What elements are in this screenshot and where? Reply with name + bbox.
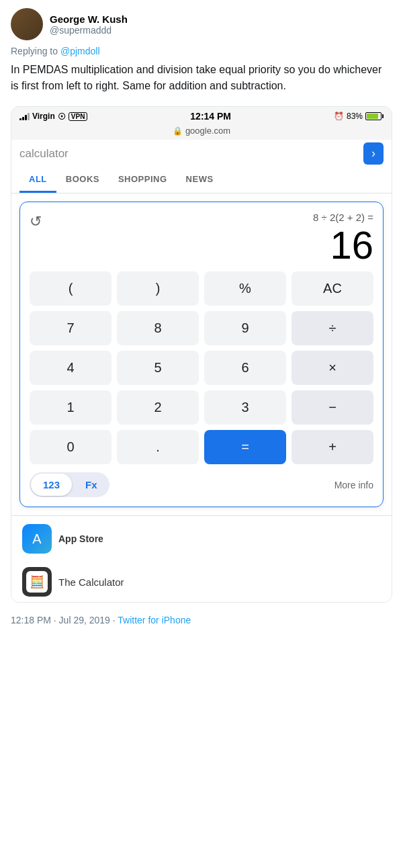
calculator-card: ↺ 8 ÷ 2(2 + 2) = 16 ( ) % AC 7 8 9 ÷ 4 5… [19, 202, 384, 507]
btn-6[interactable]: 6 [204, 351, 286, 385]
display-name: George W. Kush [50, 13, 128, 25]
btn-3[interactable]: 3 [204, 390, 286, 425]
battery-inner [367, 114, 378, 119]
status-bar: Virgin ☉ VPN 12:14 PM ⏰ 83% [11, 107, 392, 124]
search-tabs: ALL BOOKS SHOPPING NEWS [11, 167, 392, 193]
btn-mode-fx[interactable]: Fx [73, 472, 109, 497]
btn-multiply[interactable]: × [292, 351, 373, 385]
replying-to-label: Replying to [11, 46, 58, 56]
btn-1[interactable]: 1 [30, 390, 111, 425]
history-icon[interactable]: ↺ [30, 213, 42, 230]
btn-7[interactable]: 7 [30, 311, 111, 345]
app-store-icon: A [22, 524, 52, 554]
tab-all[interactable]: ALL [19, 167, 56, 193]
calc-expression: 8 ÷ 2(2 + 2) = [313, 212, 373, 223]
btn-subtract[interactable]: − [292, 390, 373, 425]
battery-percent: 83% [347, 112, 363, 121]
btn-ac[interactable]: AC [292, 271, 373, 306]
btn-9[interactable]: 9 [204, 311, 286, 345]
carrier-label: Virgin [32, 112, 55, 121]
tweet-body: In PEMDAS multiplication and division ta… [0, 62, 403, 101]
app-store-icon-glyph: A [32, 531, 41, 547]
btn-0[interactable]: 0 [30, 430, 111, 464]
calc-result: 16 [313, 226, 373, 265]
battery-tip [382, 114, 384, 118]
status-left: Virgin ☉ VPN [19, 112, 87, 122]
url-bar: 🔒 google.com [11, 124, 392, 140]
calc-buttons: ( ) % AC 7 8 9 ÷ 4 5 6 × 1 2 3 − 0 . = + [30, 271, 373, 464]
app-store-label: App Store [58, 533, 103, 544]
signal-bar-2 [22, 117, 24, 120]
btn-open-paren[interactable]: ( [30, 271, 111, 306]
tweet-timestamp: 12:18 PM · Jul 29, 2019 · [11, 615, 118, 625]
user-info: George W. Kush @supermaddd [50, 13, 128, 36]
battery-icon [365, 112, 384, 120]
url-text: google.com [185, 126, 230, 136]
tweet-footer: 12:18 PM · Jul 29, 2019 · Twitter for iP… [0, 608, 403, 634]
alarm-icon: ⏰ [334, 112, 344, 121]
battery-outer [365, 112, 382, 120]
calc-display: ↺ 8 ÷ 2(2 + 2) = 16 [30, 212, 373, 265]
wifi-icon: ☉ [58, 112, 66, 122]
app-store-item: A App Store [22, 524, 381, 554]
btn-2[interactable]: 2 [117, 390, 199, 425]
vpn-badge: VPN [69, 112, 88, 121]
browser-content: calculator › ALL BOOKS SHOPPING NEWS ↺ 8… [11, 140, 392, 602]
btn-percent[interactable]: % [204, 271, 286, 306]
btn-4[interactable]: 4 [30, 351, 111, 385]
avatar[interactable] [11, 8, 43, 40]
btn-mode-123[interactable]: 123 [31, 474, 72, 496]
calc-app-icon: 🧮 [22, 567, 52, 597]
btn-add[interactable]: + [292, 430, 373, 464]
btn-8[interactable]: 8 [117, 311, 199, 345]
signal-bar-3 [25, 115, 27, 120]
signal-bar-4 [28, 113, 30, 120]
calc-expression-result: 8 ÷ 2(2 + 2) = 16 [313, 212, 373, 265]
tab-books[interactable]: BOOKS [56, 167, 109, 193]
calc-mode-group: 123 Fx [30, 472, 109, 497]
calc-topbar: calculator › [11, 140, 392, 167]
signal-bar-1 [19, 118, 21, 120]
tweet-source[interactable]: Twitter for iPhone [118, 615, 191, 625]
tab-news[interactable]: NEWS [177, 167, 223, 193]
calc-app-icon-glyph: 🧮 [26, 571, 48, 593]
btn-close-paren[interactable]: ) [117, 271, 199, 306]
calc-bottom: 123 Fx More info [30, 472, 373, 497]
lock-icon: 🔒 [173, 126, 183, 136]
btn-decimal[interactable]: . [117, 430, 199, 464]
reply-to: Replying to @pjmdoll [0, 44, 403, 62]
tab-shopping[interactable]: SHOPPING [109, 167, 177, 193]
username: @supermaddd [50, 25, 128, 36]
status-right: ⏰ 83% [334, 112, 384, 121]
app-item-calculator: 🧮 The Calculator [11, 562, 392, 602]
phone-screenshot: Virgin ☉ VPN 12:14 PM ⏰ 83% 🔒 google.com… [11, 106, 392, 603]
btn-equals[interactable]: = [204, 430, 286, 464]
signal-bars [19, 112, 30, 120]
partial-arrow: › [363, 142, 384, 165]
tweet-header: George W. Kush @supermaddd [0, 0, 403, 44]
btn-divide[interactable]: ÷ [292, 311, 373, 345]
partial-label: calculator [19, 147, 69, 161]
more-info-label: More info [334, 480, 373, 490]
app-store-section: A App Store [11, 515, 392, 562]
reply-to-handle[interactable]: @pjmdoll [60, 46, 100, 56]
calc-app-name: The Calculator [58, 576, 124, 588]
btn-5[interactable]: 5 [117, 351, 199, 385]
status-time: 12:14 PM [190, 111, 231, 122]
